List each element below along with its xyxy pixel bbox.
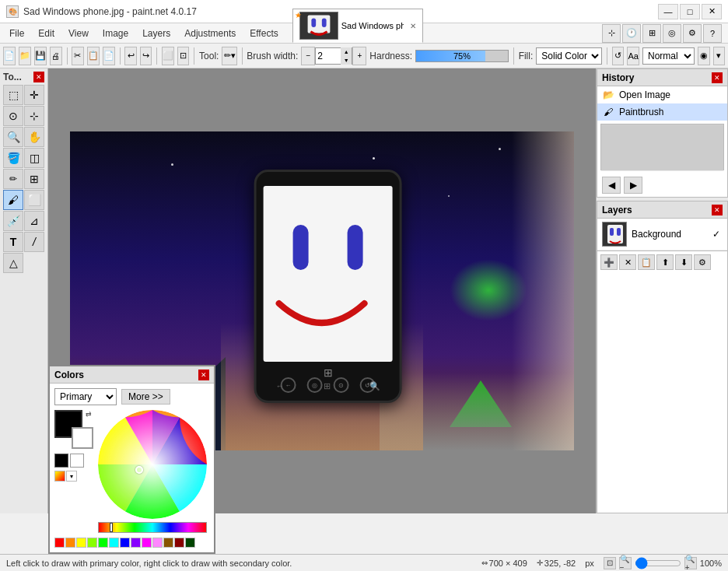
black-swatch[interactable] (54, 454, 68, 468)
minimize-button[interactable]: — (658, 4, 678, 19)
hand-tool[interactable]: ✋ (24, 127, 44, 147)
zoom-in-btn[interactable]: 🔍+ (684, 557, 697, 569)
menu-edit[interactable]: Edit (32, 25, 61, 42)
paintbrush-tool[interactable]: 🖌 (3, 190, 23, 210)
rectangle-select-tool[interactable]: ⬚ (3, 85, 23, 105)
tools-panel-close-btn[interactable]: ✕ (33, 72, 44, 82)
hardness-bar[interactable]: 75% (415, 50, 509, 62)
delete-layer-btn[interactable]: ✕ (619, 254, 636, 270)
colors-more-btn[interactable]: More >> (121, 389, 170, 405)
deselect-btn[interactable]: ⬜ (162, 47, 174, 65)
brush-increase-btn[interactable]: + (352, 47, 366, 65)
color-wheel-container[interactable] (98, 410, 207, 519)
toolbar-settings-btn[interactable]: ⚙ (683, 24, 702, 43)
white-swatch[interactable] (70, 454, 84, 468)
recolor-tool[interactable]: ⊿ (24, 211, 44, 231)
text-tool[interactable]: T (3, 232, 23, 252)
clone-stamp-tool[interactable]: ⊞ (24, 169, 44, 189)
move-selection-tool[interactable]: ⊹ (24, 106, 44, 126)
close-button[interactable]: ✕ (702, 4, 722, 19)
layer-background[interactable]: Background ✓ (597, 219, 727, 250)
undo-btn[interactable]: ↩ (124, 47, 137, 65)
layers-close-btn[interactable]: ✕ (712, 205, 723, 215)
menu-view[interactable]: View (62, 25, 95, 42)
save-btn[interactable]: 💾 (34, 47, 47, 65)
color-picker-tool[interactable]: 💉 (3, 211, 23, 231)
duplicate-layer-btn[interactable]: 📋 (638, 254, 655, 270)
antialias-btn[interactable]: Aa (627, 47, 639, 65)
palette-brown[interactable] (163, 538, 173, 548)
brush-width-input[interactable] (316, 48, 341, 64)
palette-lime[interactable] (87, 538, 97, 548)
palette-purple[interactable] (131, 538, 141, 548)
zoom-out-btn[interactable]: 🔍− (619, 557, 632, 569)
move-tool[interactable]: ✛ (24, 85, 44, 105)
color-mode-select[interactable]: Primary Secondary (54, 388, 117, 405)
palette-cyan[interactable] (109, 538, 119, 548)
merge-down-btn[interactable]: ⬇ (675, 254, 692, 270)
brush-width-up[interactable]: ▲ (341, 47, 352, 56)
history-item-paintbrush[interactable]: 🖌 Paintbrush (597, 103, 727, 121)
maximize-button[interactable]: □ (680, 4, 700, 19)
toolbar-grid-btn[interactable]: ⊞ (642, 24, 661, 43)
paste-btn[interactable]: 📄 (103, 47, 115, 65)
open-btn[interactable]: 📁 (19, 47, 31, 65)
add-layer-btn[interactable]: ➕ (600, 254, 618, 270)
palette-yellow[interactable] (76, 538, 86, 548)
paint-bucket-tool[interactable]: 🪣 (3, 148, 23, 168)
palette-green[interactable] (98, 538, 108, 548)
menu-image[interactable]: Image (96, 25, 135, 42)
tool-selector[interactable]: ✏▾ (222, 47, 236, 65)
palette-dark-red[interactable] (174, 538, 184, 548)
zoom-fit-btn[interactable]: ⊡ (604, 557, 616, 569)
hue-slider[interactable] (98, 522, 207, 533)
toolbar-help-btn[interactable]: ? (703, 24, 722, 43)
zoom-slider[interactable] (635, 559, 681, 568)
brush-decrease-btn[interactable]: − (301, 47, 315, 65)
tab-close-btn[interactable]: ✕ (410, 22, 416, 30)
extra-btn[interactable]: ▾ (713, 47, 726, 65)
pencil-tool[interactable]: ✏ (3, 169, 23, 189)
line-tool[interactable]: / (24, 232, 44, 252)
zoom-tool[interactable]: 🔍 (3, 127, 23, 147)
layer-visibility-toggle[interactable]: ✓ (710, 228, 723, 240)
layer-properties-btn[interactable]: ⚙ (694, 254, 711, 270)
lasso-tool[interactable]: ⊙ (3, 106, 23, 126)
gradient-tool[interactable]: ◫ (24, 148, 44, 168)
fill-select[interactable]: Solid Color No Fill Gradient (536, 47, 602, 65)
palette-dark-green[interactable] (185, 538, 195, 548)
toolbar-cursor-btn[interactable]: ⊹ (602, 24, 621, 43)
blend-mode-select[interactable]: Normal Multiply Screen (642, 47, 695, 65)
crop-btn[interactable]: ⊡ (177, 47, 190, 65)
brush-width-spinner[interactable]: ▲ ▼ (341, 47, 352, 65)
toolbar-circle-btn[interactable]: ◎ (663, 24, 681, 43)
color-wheel-svg[interactable] (98, 410, 207, 519)
palette-pink[interactable] (152, 538, 163, 548)
menu-adjustments[interactable]: Adjustments (178, 25, 242, 42)
toolbar-clock-btn[interactable]: 🕐 (622, 24, 641, 43)
palette-swatch-extra-2[interactable]: ▾ (66, 471, 77, 482)
menu-effects[interactable]: Effects (243, 25, 284, 42)
cut-btn[interactable]: ✂ (72, 47, 84, 65)
secondary-color-box[interactable] (72, 427, 93, 449)
history-item-open-image[interactable]: 📂 Open Image (597, 86, 727, 103)
eraser-tool[interactable]: ⬜ (24, 190, 44, 210)
active-tab[interactable]: ★ Sad Windows phone.jpg ✕ (292, 9, 423, 43)
merge-up-btn[interactable]: ⬆ (656, 254, 674, 270)
swap-colors-btn[interactable]: ⇄ (86, 410, 92, 418)
alpha-btn[interactable]: ◉ (698, 47, 710, 65)
palette-red[interactable] (54, 538, 65, 548)
copy-btn[interactable]: 📋 (87, 47, 100, 65)
palette-orange[interactable] (65, 538, 75, 548)
palette-magenta[interactable] (142, 538, 152, 548)
shapes-tool[interactable]: △ (3, 253, 23, 273)
redo-btn[interactable]: ↪ (140, 47, 152, 65)
print-btn[interactable]: 🖨 (50, 47, 62, 65)
history-redo-btn[interactable]: ▶ (624, 177, 642, 194)
colors-close-btn[interactable]: ✕ (198, 370, 209, 380)
menu-layers[interactable]: Layers (136, 25, 177, 42)
history-undo-btn[interactable]: ◀ (602, 177, 621, 194)
palette-swatch-extra[interactable] (54, 471, 65, 482)
brush-width-down[interactable]: ▼ (341, 56, 352, 65)
menu-file[interactable]: File (3, 25, 30, 42)
